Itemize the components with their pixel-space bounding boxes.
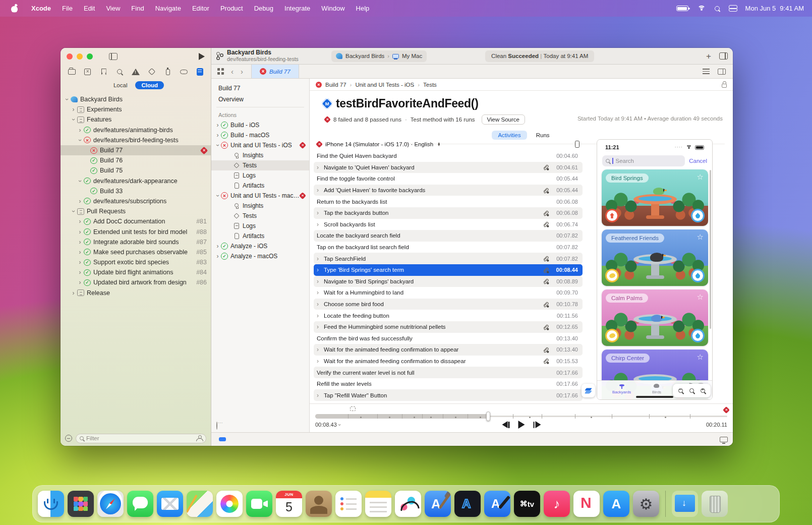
dock-item[interactable] bbox=[395, 491, 421, 517]
disclosure-chevron-icon[interactable] bbox=[77, 198, 83, 205]
disclosure-chevron-icon[interactable] bbox=[77, 127, 83, 134]
water-gauge-badge[interactable] bbox=[691, 209, 705, 222]
attachment-paperclip-icon[interactable] bbox=[542, 278, 549, 284]
action-row[interactable]: Logs × bbox=[211, 170, 309, 181]
author-filter-icon[interactable] bbox=[196, 435, 202, 441]
add-button[interactable]: + bbox=[706, 52, 711, 61]
action-row[interactable]: Build - iOS × bbox=[211, 120, 309, 130]
tests-navigator-icon[interactable] bbox=[148, 68, 156, 76]
dock-item[interactable] bbox=[246, 491, 272, 517]
debug-navigator-icon[interactable] bbox=[164, 68, 172, 76]
dock-item[interactable] bbox=[157, 491, 183, 517]
disclosure-chevron-icon[interactable]: › bbox=[317, 289, 324, 296]
attachment-paperclip-icon[interactable] bbox=[542, 301, 549, 308]
bookmarks-navigator-icon[interactable] bbox=[100, 68, 108, 76]
window-titlebar[interactable] bbox=[61, 48, 211, 65]
run-button[interactable] bbox=[199, 53, 205, 60]
test-step-row[interactable]: › Wait for the animated feeding confirma… bbox=[314, 356, 583, 367]
menu-item[interactable]: File bbox=[56, 5, 78, 12]
dock-item[interactable] bbox=[573, 491, 600, 517]
breadcrumb-tests[interactable]: Tests bbox=[423, 82, 437, 88]
snapshot-icon[interactable] bbox=[350, 406, 356, 411]
report-overview-link[interactable]: Overview bbox=[211, 94, 309, 107]
dock-item[interactable] bbox=[672, 491, 698, 517]
tree-row[interactable]: Build 33 × bbox=[61, 186, 211, 196]
attachment-paperclip-icon[interactable] bbox=[542, 210, 549, 216]
test-step-row[interactable]: › Type 'Bird Springs' search term 00:08.… bbox=[314, 264, 583, 276]
disclosure-chevron-icon[interactable]: › bbox=[317, 209, 324, 216]
backyard-card[interactable]: Bird Springs ☆ bbox=[602, 169, 708, 226]
dock-item[interactable] bbox=[454, 491, 481, 517]
tree-row[interactable]: dev/features/animating-birds × bbox=[61, 125, 211, 135]
control-center-icon[interactable] bbox=[729, 5, 736, 12]
disclosure-chevron-icon[interactable] bbox=[77, 218, 83, 225]
step-forward-button[interactable] bbox=[533, 421, 541, 428]
disclosure-chevron-icon[interactable] bbox=[77, 279, 83, 286]
disclosure-chevron-icon[interactable] bbox=[70, 116, 77, 123]
display-icon[interactable] bbox=[720, 437, 728, 442]
destination-name[interactable]: My Mac bbox=[402, 53, 422, 59]
disclosure-chevron-icon[interactable] bbox=[77, 259, 83, 266]
disclosure-chevron-icon[interactable] bbox=[214, 243, 221, 250]
disclosure-chevron-icon[interactable] bbox=[77, 228, 83, 236]
tree-row[interactable]: Build 77 × bbox=[61, 145, 211, 155]
tree-row[interactable]: Release × bbox=[61, 288, 211, 298]
filter-scope-icon[interactable] bbox=[65, 435, 72, 442]
action-row[interactable]: Insights × bbox=[211, 201, 309, 211]
dock-item[interactable] bbox=[68, 491, 94, 517]
disclosure-chevron-icon[interactable] bbox=[70, 106, 77, 113]
project-navigator-icon[interactable] bbox=[68, 68, 76, 76]
tree-row[interactable]: Features × bbox=[61, 114, 211, 125]
app-screenshot[interactable]: 11:21 ···· bbox=[597, 139, 713, 400]
forward-button[interactable]: › bbox=[241, 67, 243, 76]
tree-row[interactable]: dev/features/subscriptions × bbox=[61, 196, 211, 206]
test-step-row[interactable]: › Tap on the backyard list search field … bbox=[314, 242, 583, 253]
action-row[interactable]: Tests × bbox=[211, 160, 309, 170]
dock-item[interactable] bbox=[97, 491, 124, 517]
disclosure-chevron-icon[interactable] bbox=[64, 96, 70, 103]
test-step-row[interactable]: › Tap the backyards button 00:06.08 bbox=[314, 207, 583, 219]
dock-item[interactable] bbox=[216, 491, 243, 517]
device-selector[interactable]: × iPhone 14 (Simulator - iOS 17.0) · Eng… bbox=[314, 139, 583, 149]
cancel-button[interactable]: Cancel bbox=[689, 158, 707, 164]
list-view-icon[interactable] bbox=[703, 69, 710, 74]
tree-row[interactable]: Update bird flight animations #84 × bbox=[61, 267, 211, 277]
zoom-actual-icon[interactable] bbox=[689, 388, 694, 393]
play-button[interactable] bbox=[518, 421, 525, 429]
menu-item[interactable]: Debug bbox=[249, 5, 279, 12]
attachment-paperclip-icon[interactable] bbox=[542, 187, 549, 194]
disclosure-chevron-icon[interactable]: › bbox=[317, 187, 324, 194]
dock-item[interactable] bbox=[484, 491, 510, 517]
disclosure-chevron-icon[interactable] bbox=[214, 192, 221, 199]
device-screenshot-icon[interactable] bbox=[575, 141, 579, 148]
dock-item[interactable]: A bbox=[603, 491, 629, 517]
dock-item[interactable] bbox=[127, 491, 153, 517]
disclosure-chevron-icon[interactable]: › bbox=[317, 358, 324, 365]
tree-row[interactable]: Add DocC documentation #81 × bbox=[61, 216, 211, 226]
action-row[interactable]: Insights × bbox=[211, 150, 309, 160]
attachment-paperclip-icon[interactable] bbox=[542, 346, 549, 353]
dock-item[interactable] bbox=[187, 491, 213, 517]
breadcrumb-build[interactable]: Build 77 bbox=[325, 82, 346, 88]
test-step-row[interactable]: › Tap SearchField 00:07.82 bbox=[314, 253, 583, 264]
scheme-selector[interactable]: Backyard Birds › My Mac bbox=[331, 50, 427, 62]
action-row[interactable]: Tests × bbox=[211, 211, 309, 221]
view-source-button[interactable]: View Source bbox=[482, 114, 525, 125]
filter-field[interactable]: Filter bbox=[76, 434, 206, 443]
breakpoints-navigator-icon[interactable] bbox=[180, 68, 188, 76]
dock-item[interactable] bbox=[306, 491, 332, 517]
tree-row[interactable]: dev/features/dark-appearance × bbox=[61, 176, 211, 186]
disclosure-chevron-icon[interactable]: › bbox=[317, 301, 324, 308]
disclosure-chevron-icon[interactable]: › bbox=[317, 221, 324, 228]
layers-inspect-button[interactable] bbox=[582, 384, 595, 397]
test-step-row[interactable]: › Navigate to 'Quiet Haven' backyard 00:… bbox=[314, 162, 583, 173]
test-step-row[interactable]: › Tap "Refill Water" Button 00:17.66 bbox=[314, 389, 583, 401]
disclosure-chevron-icon[interactable] bbox=[77, 178, 83, 185]
activity-status[interactable]: Clean Succeeded | Today at 9:41 AM bbox=[485, 50, 594, 62]
disclosure-chevron-icon[interactable]: › bbox=[317, 255, 324, 262]
favorite-star-icon[interactable]: ☆ bbox=[697, 232, 704, 242]
test-step-row[interactable]: › Choose some bird food 00:10.78 bbox=[314, 299, 583, 310]
tab-build-77[interactable]: × Build 77 bbox=[251, 65, 299, 78]
warnings-navigator-icon[interactable] bbox=[132, 68, 140, 76]
menu-item[interactable]: Navigate bbox=[150, 5, 187, 12]
